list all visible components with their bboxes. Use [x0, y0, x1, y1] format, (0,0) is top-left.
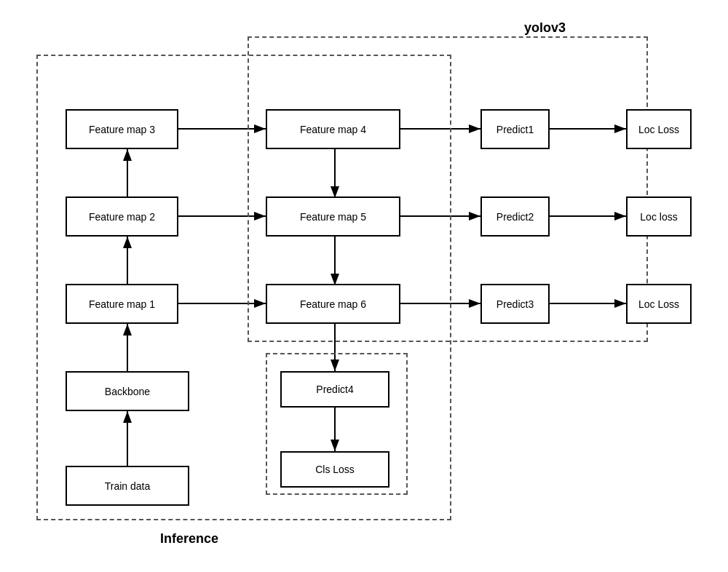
train-data-label: Train data [105, 480, 151, 492]
feature-map-6-label: Feature map 6 [300, 298, 366, 310]
predict2-label: Predict2 [496, 211, 534, 223]
predict1-label: Predict1 [496, 124, 534, 135]
loc-loss-3-label: Loc Loss [638, 298, 679, 310]
loc-loss-3-box: Loc Loss [626, 284, 692, 324]
feature-map-5-box: Feature map 5 [266, 196, 400, 237]
loc-loss-1-label: Loc Loss [638, 124, 679, 135]
train-data-box: Train data [66, 466, 189, 506]
feature-map-2-box: Feature map 2 [66, 196, 178, 237]
backbone-box: Backbone [66, 371, 189, 411]
feature-map-3-label: Feature map 3 [89, 124, 155, 135]
feature-map-1-box: Feature map 1 [66, 284, 178, 324]
cls-loss-box: Cls Loss [280, 451, 389, 488]
backbone-label: Backbone [105, 386, 150, 397]
loc-loss-1-box: Loc Loss [626, 109, 692, 149]
diagram-container: yolov3 Inference Train data Backbone Fea… [15, 15, 713, 557]
cls-loss-label: Cls Loss [315, 464, 355, 475]
inference-label: Inference [160, 531, 218, 547]
feature-map-6-box: Feature map 6 [266, 284, 400, 324]
predict3-box: Predict3 [480, 284, 550, 324]
feature-map-3-box: Feature map 3 [66, 109, 178, 149]
predict2-box: Predict2 [480, 196, 550, 237]
feature-map-2-label: Feature map 2 [89, 211, 155, 223]
predict4-label: Predict4 [316, 384, 353, 395]
predict1-box: Predict1 [480, 109, 550, 149]
predict4-box: Predict4 [280, 371, 389, 408]
loc-loss-2-label: Loc loss [640, 211, 677, 223]
yolov3-label: yolov3 [524, 20, 566, 36]
feature-map-5-label: Feature map 5 [300, 211, 366, 223]
feature-map-4-box: Feature map 4 [266, 109, 400, 149]
loc-loss-2-box: Loc loss [626, 196, 692, 237]
feature-map-1-label: Feature map 1 [89, 298, 155, 310]
feature-map-4-label: Feature map 4 [300, 124, 366, 135]
predict3-label: Predict3 [496, 298, 534, 310]
